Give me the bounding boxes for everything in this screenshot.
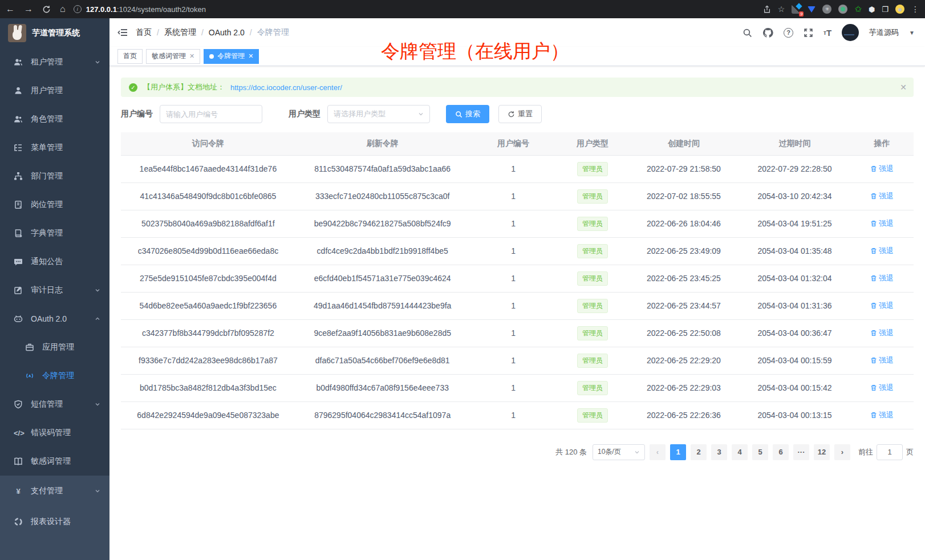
sidebar-item-menu[interactable]: 菜单管理: [0, 133, 109, 162]
github-icon[interactable]: [762, 27, 773, 38]
sidebar-item-role[interactable]: 角色管理: [0, 105, 109, 133]
breadcrumb-system[interactable]: 系统管理: [164, 27, 196, 38]
sidebar-item-tenant[interactable]: 租户管理: [0, 48, 109, 76]
doc-link[interactable]: https://doc.iocoder.cn/user-center/: [230, 83, 342, 92]
sidebar-item-oauth2[interactable]: OAuth 2.0: [0, 305, 109, 333]
cell-user-id: 1: [470, 319, 557, 347]
page-number-button[interactable]: 5: [752, 444, 768, 460]
sidebar-collapse-icon[interactable]: [117, 28, 128, 37]
sidebar-item-audit-log[interactable]: 审计日志: [0, 276, 109, 305]
user-type-select[interactable]: 请选择用户类型: [327, 105, 430, 123]
page-number-button[interactable]: 1: [670, 444, 686, 460]
page-number-button[interactable]: 3: [711, 444, 727, 460]
profile-avatar-icon[interactable]: ☻: [895, 5, 904, 14]
app-logo[interactable]: 芋道管理系统: [0, 18, 109, 48]
user-avatar[interactable]: [842, 24, 859, 41]
sidebar-item-post[interactable]: 岗位管理: [0, 190, 109, 219]
extension-star-icon[interactable]: ✩: [854, 5, 862, 14]
goto-page-input[interactable]: [877, 444, 903, 460]
help-icon[interactable]: ?: [784, 28, 793, 38]
cell-refresh-token: 8796295f04064c2983414cc54af1097a: [295, 401, 470, 429]
sidebar-item-report-designer[interactable]: 报表设计器: [0, 506, 109, 537]
reset-button[interactable]: 重置: [498, 105, 542, 123]
font-size-icon[interactable]: тT: [823, 28, 831, 38]
cell-created-time: 2022-06-25 22:26:36: [628, 401, 740, 429]
sidebar-item-sms[interactable]: 短信管理: [0, 390, 109, 419]
tab-token[interactable]: 令牌管理 ✕: [204, 49, 259, 64]
prev-page-button[interactable]: ‹: [650, 444, 666, 460]
alert-close-icon[interactable]: ✕: [900, 83, 907, 92]
search-button[interactable]: 搜索: [446, 105, 489, 123]
force-logout-button[interactable]: 强退: [870, 410, 894, 420]
split-window-icon[interactable]: ❐: [882, 5, 889, 14]
tab-sensitive-word[interactable]: 敏感词管理 ✕: [146, 49, 200, 64]
dictionary-icon: [14, 229, 23, 238]
tab-home[interactable]: 首页: [117, 49, 143, 64]
browser-home-icon[interactable]: ⌂: [60, 4, 66, 14]
address-bar[interactable]: i 127.0.0.1:1024/system/oauth2/token: [74, 5, 755, 14]
force-logout-button[interactable]: 强退: [870, 164, 894, 174]
sidebar-item-notice[interactable]: 通知公告: [0, 247, 109, 276]
col-expires: 过期时间: [739, 132, 850, 155]
next-page-button[interactable]: ›: [834, 444, 850, 460]
force-logout-button[interactable]: 强退: [870, 273, 894, 283]
sidebar-item-oauth2-app[interactable]: 应用管理: [0, 333, 109, 362]
username[interactable]: 芋道源码: [869, 27, 899, 38]
close-tab-icon[interactable]: ✕: [248, 52, 253, 60]
page-number-button[interactable]: ···: [793, 444, 809, 460]
browser-back-icon[interactable]: ←: [6, 4, 15, 14]
sidebar-item-oauth2-token[interactable]: 令牌管理: [0, 362, 109, 390]
sidebar-item-pay[interactable]: ¥ 支付管理: [0, 476, 109, 506]
force-logout-button[interactable]: 强退: [870, 218, 894, 229]
message-bubble-icon: [14, 257, 23, 266]
table-row: c347026e805e4d99b0d116eae66eda8c cdfc4ce…: [121, 237, 914, 265]
topbar: 首页 / 系统管理 / OAuth 2.0 / 令牌管理 ?: [109, 18, 925, 47]
page-number-button[interactable]: 2: [691, 444, 707, 460]
cell-expire-time: 2054-03-04 01:32:04: [739, 265, 850, 292]
extension-dot-icon[interactable]: [838, 5, 847, 14]
extension-circle-icon[interactable]: ✳: [822, 5, 831, 14]
browser-reload-icon[interactable]: [42, 5, 51, 14]
user-menu-caret-icon[interactable]: ▼: [909, 30, 915, 36]
chevron-down-icon: [95, 59, 100, 65]
force-logout-button[interactable]: 强退: [870, 301, 894, 311]
bookmark-star-icon[interactable]: ☆: [778, 5, 785, 14]
breadcrumb-oauth2[interactable]: OAuth 2.0: [209, 28, 245, 37]
share-icon[interactable]: [763, 5, 771, 14]
force-logout-button[interactable]: 强退: [870, 328, 894, 338]
breadcrumb-home[interactable]: 首页: [136, 27, 152, 38]
table-row: 502375b8040a469a9b82188afdf6af1f be90422…: [121, 210, 914, 237]
fullscreen-icon[interactable]: [804, 28, 813, 38]
extensions-puzzle-icon[interactable]: ⬢: [869, 5, 875, 14]
tree-list-icon: [14, 143, 23, 152]
user-id-input[interactable]: [166, 110, 256, 119]
browser-forward-icon[interactable]: →: [24, 4, 33, 14]
col-refresh-token: 刷新令牌: [295, 132, 470, 155]
signal-token-icon: [25, 371, 34, 380]
site-info-icon[interactable]: i: [74, 5, 82, 13]
sidebar-item-dict[interactable]: 字典管理: [0, 219, 109, 247]
sidebar-item-user[interactable]: 用户管理: [0, 76, 109, 105]
force-logout-button[interactable]: 强退: [870, 355, 894, 366]
sidebar-item-dept[interactable]: 部门管理: [0, 162, 109, 190]
sidebar-item-errcode[interactable]: </> 错误码管理: [0, 419, 109, 447]
force-logout-button[interactable]: 强退: [870, 246, 894, 256]
page-number-button[interactable]: 12: [814, 444, 830, 460]
search-icon[interactable]: [743, 28, 752, 38]
extension-gem-icon[interactable]: [808, 6, 816, 13]
force-logout-button[interactable]: 强退: [870, 383, 894, 393]
browser-menu-icon[interactable]: ⋮: [911, 5, 919, 14]
cell-refresh-token: be90422b8c7946218275a508bf524fc9: [295, 210, 470, 237]
cell-user-id: 1: [470, 155, 557, 182]
page-number-button[interactable]: 4: [732, 444, 748, 460]
user-type-badge: 管理员: [577, 189, 608, 204]
extension-grid-icon[interactable]: 9: [792, 5, 801, 14]
close-tab-icon[interactable]: ✕: [189, 52, 194, 60]
cell-expire-time: 2054-03-04 01:31:36: [739, 292, 850, 319]
sidebar-item-sensitive-word[interactable]: 敏感词管理: [0, 447, 109, 476]
cell-created-time: 2022-06-25 23:44:57: [628, 292, 740, 319]
force-logout-button[interactable]: 强退: [870, 191, 894, 201]
post-card-icon: [14, 200, 23, 209]
page-number-button[interactable]: 6: [773, 444, 789, 460]
page-size-select[interactable]: 10条/页: [593, 444, 645, 460]
